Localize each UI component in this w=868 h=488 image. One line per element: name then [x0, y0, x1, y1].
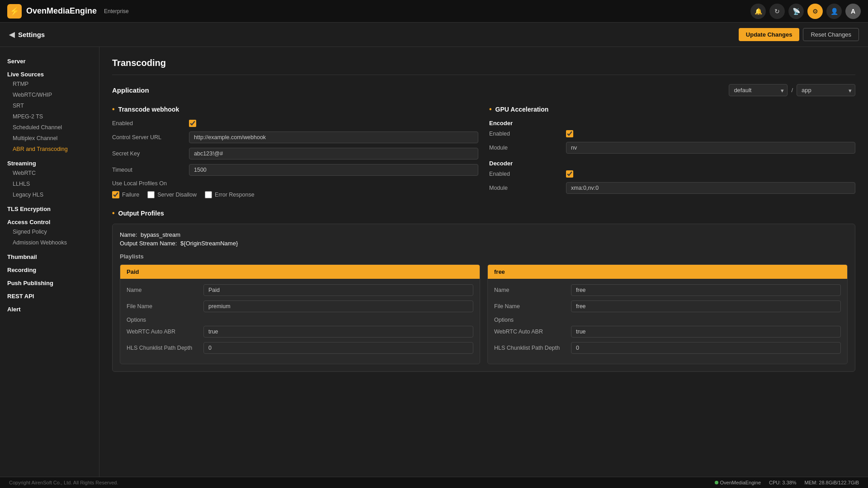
server-disallow-checkbox-item: Server Disallow: [147, 191, 197, 198]
output-stream-key: Output Stream Name:: [120, 240, 177, 247]
free-filename-row: File Name: [494, 300, 841, 312]
gpu-header: • GPU Acceleration: [489, 105, 855, 113]
notification-button[interactable]: 🔔: [750, 4, 766, 19]
control-server-url-input[interactable]: [189, 131, 478, 143]
copyright-text: Copyright AirenSoft Co., Ltd. All Rights…: [9, 480, 118, 485]
decoder-module-input[interactable]: [566, 182, 855, 194]
sidebar-item-webrtc[interactable]: WebRTC: [0, 168, 99, 178]
update-changes-button[interactable]: Update Changes: [739, 28, 800, 41]
service-label: OvenMediaEngine: [720, 480, 761, 485]
sidebar-item-admission[interactable]: Admission Webhooks: [0, 237, 99, 248]
broadcast-button[interactable]: 📡: [788, 4, 804, 19]
free-hls-row: HLS Chunklist Path Depth: [494, 342, 841, 354]
sidebar-section-push: Push Publishing: [0, 277, 99, 287]
decoder-enabled-checkbox[interactable]: [566, 170, 573, 178]
paid-hls-input[interactable]: [203, 342, 473, 354]
sidebar-item-scheduled[interactable]: Scheduled Channel: [0, 122, 99, 133]
user-button[interactable]: 👤: [826, 4, 842, 19]
main-layout: Server Live Sources RTMP WebRTC/WHIP SRT…: [0, 47, 868, 477]
decoder-module-label: Module: [489, 185, 566, 191]
free-name-row: Name: [494, 284, 841, 296]
reset-changes-button[interactable]: Reset Changes: [803, 28, 859, 41]
paid-filename-input[interactable]: [203, 300, 473, 312]
use-local-label: Use Local Profiles On: [112, 180, 189, 187]
failure-label: Failure: [122, 192, 139, 198]
default-select[interactable]: default: [729, 84, 788, 96]
back-arrow-icon: ◀: [9, 30, 14, 39]
application-label: Application: [112, 86, 149, 94]
cpu-stat: CPU: 3.38%: [769, 480, 797, 485]
free-hls-label: HLS Chunklist Path Depth: [494, 345, 571, 351]
free-filename-input[interactable]: [571, 300, 841, 312]
mem-stat: MEM: 28.8GiB/122.7GiB: [805, 480, 859, 485]
use-local-row: Use Local Profiles On: [112, 180, 478, 187]
sidebar-item-mpeg2ts[interactable]: MPEG-2 TS: [0, 111, 99, 122]
timeout-input[interactable]: [189, 164, 478, 176]
server-disallow-label: Server Disallow: [157, 192, 197, 198]
output-profiles-label: Output Profiles: [118, 210, 164, 217]
paid-options-label: Options: [127, 317, 473, 323]
paid-name-row: Name: [127, 284, 473, 296]
webhook-enabled-checkbox[interactable]: [189, 120, 196, 127]
playlist-card-free: free Name File Name Options: [487, 264, 848, 364]
playlist-header-free: free: [488, 265, 847, 279]
encoder-enabled-checkbox[interactable]: [566, 130, 573, 137]
output-stream-name-row: Output Stream Name: ${OriginStreamName}: [120, 240, 848, 247]
default-select-wrapper: default: [729, 84, 788, 96]
output-stream-value: ${OriginStreamName}: [180, 240, 238, 247]
free-webrtc-input[interactable]: [571, 326, 841, 338]
decoder-label: Decoder: [489, 160, 855, 167]
output-profiles-header: • Output Profiles: [112, 209, 855, 217]
transcode-webhook-header: • Transcode webhook: [112, 105, 478, 113]
app-select[interactable]: app: [797, 84, 855, 96]
sidebar: Server Live Sources RTMP WebRTC/WHIP SRT…: [0, 47, 99, 477]
profile-name-value: bypass_stream: [141, 231, 180, 238]
paid-webrtc-input[interactable]: [203, 326, 473, 338]
sidebar-item-signed-policy[interactable]: Signed Policy: [0, 226, 99, 237]
sidebar-item-multiplex[interactable]: Multiplex Channel: [0, 133, 99, 144]
encoder-module-input[interactable]: [566, 142, 855, 154]
free-hls-input[interactable]: [571, 342, 841, 354]
page-title: Transcoding: [112, 58, 855, 75]
sidebar-item-rtmp[interactable]: RTMP: [0, 79, 99, 89]
sidebar-item-abr[interactable]: ABR and Transcoding: [0, 144, 99, 155]
sidebar-section-access: Access Control: [0, 216, 99, 226]
sidebar-section-recording: Recording: [0, 264, 99, 274]
playlists-grid: Paid Name File Name Options: [120, 264, 848, 364]
sidebar-section-rest: REST API: [0, 290, 99, 300]
app-selects: default / app: [729, 84, 855, 96]
error-response-checkbox-item: Error Response: [205, 191, 255, 198]
sidebar-section-streaming: Streaming: [0, 157, 99, 168]
secret-key-input[interactable]: [189, 148, 478, 160]
paid-hls-row: HLS Chunklist Path Depth: [127, 342, 473, 354]
settings-button[interactable]: ⚙: [807, 4, 823, 19]
secret-key-row: Secret Key: [112, 148, 478, 160]
sidebar-item-webrtc-whip[interactable]: WebRTC/WHIP: [0, 89, 99, 100]
settings-actions: Update Changes Reset Changes: [739, 28, 859, 41]
sidebar-item-llhls[interactable]: LLHLS: [0, 178, 99, 189]
server-disallow-checkbox[interactable]: [147, 191, 155, 198]
playlists-label: Playlists: [120, 253, 848, 260]
sidebar-item-srt[interactable]: SRT: [0, 100, 99, 111]
sidebar-section-live: Live Sources: [0, 68, 99, 79]
free-webrtc-row: WebRTC Auto ABR: [494, 326, 841, 338]
error-response-checkbox[interactable]: [205, 191, 212, 198]
paid-webrtc-label: WebRTC Auto ABR: [127, 328, 203, 335]
status-dot-icon: OvenMediaEngine: [715, 480, 761, 485]
failure-checkbox[interactable]: [112, 191, 119, 198]
free-name-label: Name: [494, 287, 571, 293]
free-name-input[interactable]: [571, 284, 841, 296]
free-filename-label: File Name: [494, 303, 571, 310]
gpu-bullet-icon: •: [489, 105, 492, 113]
avatar-button[interactable]: A: [845, 4, 861, 19]
sidebar-section-alert: Alert: [0, 303, 99, 314]
encoder-module-label: Module: [489, 145, 566, 151]
sidebar-item-legacy-hls[interactable]: Legacy HLS: [0, 189, 99, 200]
enabled-label: Enabled: [112, 120, 189, 127]
secret-key-label: Secret Key: [112, 150, 189, 157]
sidebar-section-tls: TLS Encryption: [0, 203, 99, 213]
timeout-label: Timeout: [112, 167, 189, 173]
paid-name-input[interactable]: [203, 284, 473, 296]
refresh-button[interactable]: ↻: [769, 4, 785, 19]
logo-icon: ⚡: [7, 4, 22, 19]
